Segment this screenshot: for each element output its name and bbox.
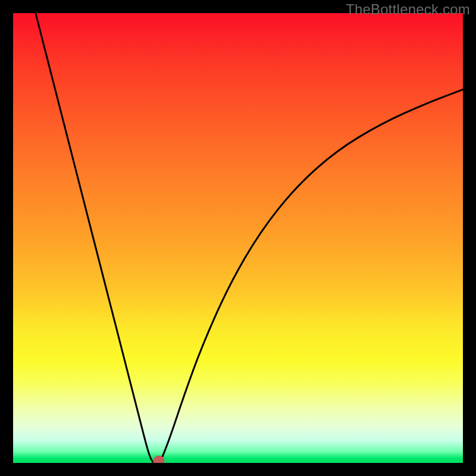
watermark-text: TheBottleneck.com — [346, 1, 470, 18]
chart-frame: TheBottleneck.com — [0, 0, 476, 476]
minimum-marker-dot — [153, 456, 164, 464]
plot-area — [13, 13, 463, 463]
bottleneck-curve — [13, 13, 463, 463]
